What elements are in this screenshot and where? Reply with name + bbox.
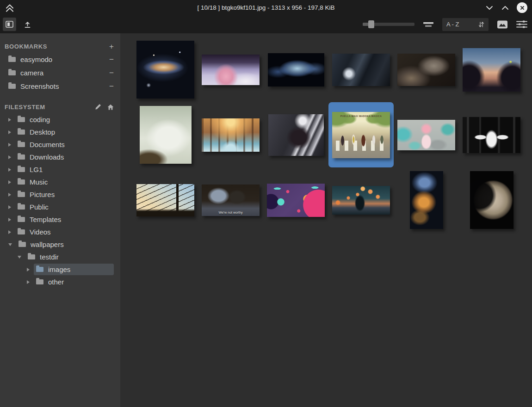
- thumbnail-cell[interactable]: [394, 37, 459, 102]
- thumbnail-image[interactable]: [470, 171, 513, 229]
- sidebar-toggle-button[interactable]: [3, 18, 16, 31]
- thumbnail-image[interactable]: [410, 171, 443, 229]
- thumbnail-image[interactable]: [397, 54, 455, 86]
- filesystem-item[interactable]: Videos: [0, 226, 120, 238]
- bookmark-item[interactable]: Screenshots−: [0, 80, 120, 93]
- filesystem-item[interactable]: images: [0, 263, 120, 276]
- thumbnail-cell[interactable]: [459, 102, 524, 167]
- chevron-right-icon[interactable]: [8, 230, 11, 234]
- chevron-right-icon[interactable]: [8, 130, 11, 134]
- sort-dropdown[interactable]: A - Z: [442, 18, 489, 31]
- folder-row[interactable]: LG1: [15, 164, 114, 175]
- thumbnail-image[interactable]: PUELLA MAGI MADOKA MAGICA: [332, 112, 390, 158]
- folder-row[interactable]: Downloads: [15, 151, 114, 163]
- thumbnail-cell[interactable]: [133, 167, 198, 233]
- bookmark-item[interactable]: camera−: [0, 66, 120, 80]
- filesystem-item[interactable]: other: [0, 276, 120, 288]
- filesystem-item[interactable]: Music: [0, 176, 120, 188]
- image-view-button[interactable]: [497, 20, 508, 29]
- chevron-right-icon[interactable]: [8, 155, 11, 159]
- thumbnail-image[interactable]: [202, 55, 260, 85]
- folder-row[interactable]: Desktop: [15, 126, 114, 138]
- thumbnail-image[interactable]: [332, 186, 390, 215]
- chevron-down-icon[interactable]: [8, 243, 12, 246]
- thumbnail-size-slider[interactable]: [363, 20, 414, 28]
- minimize-icon[interactable]: [485, 5, 494, 11]
- folder-row[interactable]: other: [34, 276, 114, 288]
- thumbnail-image[interactable]: [332, 54, 390, 86]
- thumbnail-image[interactable]: [267, 184, 325, 217]
- folder-row[interactable]: Music: [15, 176, 114, 188]
- remove-bookmark-button[interactable]: −: [109, 82, 114, 90]
- chevron-right-icon[interactable]: [27, 280, 30, 284]
- filesystem-item[interactable]: Pictures: [0, 188, 120, 201]
- thumbnail-image[interactable]: [136, 184, 194, 216]
- thumbnail-image[interactable]: [140, 106, 192, 164]
- thumbnail-image[interactable]: [136, 41, 194, 99]
- thumbnail-cell[interactable]: [328, 37, 394, 102]
- chevron-right-icon[interactable]: [8, 118, 11, 122]
- slider-handle[interactable]: [368, 20, 374, 28]
- parent-directory-button[interactable]: [21, 18, 34, 31]
- thumbnail-cell[interactable]: [328, 167, 394, 233]
- chevron-right-icon[interactable]: [27, 268, 30, 271]
- thumbnail-cell[interactable]: [198, 37, 263, 102]
- thumbnail-cell[interactable]: [263, 102, 328, 167]
- folder-row[interactable]: Documents: [15, 139, 114, 150]
- edit-path-button[interactable]: [95, 104, 101, 110]
- folder-row[interactable]: testdir: [25, 251, 114, 263]
- folder-row[interactable]: coding: [15, 114, 114, 125]
- thumbnail-squeeze-button[interactable]: [423, 22, 434, 27]
- filesystem-item[interactable]: testdir: [0, 251, 120, 263]
- thumbnail-image[interactable]: [268, 114, 324, 156]
- thumbnail-image[interactable]: [397, 120, 455, 150]
- filesystem-item[interactable]: Downloads: [0, 151, 120, 163]
- filesystem-item[interactable]: Templates: [0, 213, 120, 226]
- home-button[interactable]: [107, 104, 114, 110]
- thumbnail-image[interactable]: We're not worthy: [202, 185, 260, 216]
- folder-row[interactable]: Templates: [15, 214, 114, 225]
- filesystem-item[interactable]: Public: [0, 201, 120, 213]
- thumbnail-cell[interactable]: [459, 167, 524, 233]
- maximize-icon[interactable]: [501, 5, 509, 11]
- thumbnail-cell[interactable]: [263, 37, 328, 102]
- thumbnail-image[interactable]: [268, 53, 324, 86]
- chevron-right-icon[interactable]: [8, 205, 11, 209]
- folder-row[interactable]: Pictures: [15, 189, 114, 200]
- thumbnail-image[interactable]: [463, 48, 520, 92]
- chevron-right-icon[interactable]: [8, 218, 11, 222]
- thumbnail-cell[interactable]: [394, 102, 459, 167]
- add-bookmark-button[interactable]: +: [109, 43, 114, 50]
- thumbnail-cell[interactable]: [133, 102, 198, 167]
- sidebar-panel-icon: [6, 21, 13, 28]
- thumbnail-cell[interactable]: [133, 37, 198, 102]
- filesystem-item[interactable]: coding: [0, 113, 120, 126]
- bookmark-item[interactable]: easymodo−: [0, 53, 120, 66]
- chevron-right-icon[interactable]: [8, 193, 11, 197]
- thumbnail-cell[interactable]: [459, 37, 524, 102]
- folder-row[interactable]: Videos: [15, 226, 114, 238]
- chevron-down-icon[interactable]: [18, 256, 21, 259]
- filesystem-item[interactable]: wallpapers: [0, 238, 120, 251]
- close-button[interactable]: [517, 2, 527, 13]
- thumbnail-cell[interactable]: We're not worthy: [198, 167, 263, 233]
- collapse-window-icon[interactable]: [5, 3, 15, 12]
- thumbnail-image[interactable]: [463, 117, 520, 153]
- remove-bookmark-button[interactable]: −: [109, 56, 114, 63]
- filesystem-item[interactable]: Documents: [0, 138, 120, 151]
- folder-row[interactable]: wallpapers: [16, 239, 114, 250]
- thumbnail-cell[interactable]: [263, 167, 328, 233]
- chevron-right-icon[interactable]: [8, 180, 11, 184]
- thumbnail-cell[interactable]: [198, 102, 263, 167]
- thumbnail-cell[interactable]: [394, 167, 459, 233]
- chevron-right-icon[interactable]: [8, 168, 11, 172]
- folder-row[interactable]: Public: [15, 201, 114, 213]
- thumbnail-cell-selected[interactable]: PUELLA MAGI MADOKA MAGICA: [328, 102, 394, 167]
- chevron-right-icon[interactable]: [8, 143, 11, 147]
- folder-row[interactable]: images: [34, 264, 114, 275]
- filesystem-item[interactable]: Desktop: [0, 126, 120, 138]
- thumbnail-image[interactable]: [202, 118, 260, 152]
- filesystem-item[interactable]: LG1: [0, 163, 120, 176]
- remove-bookmark-button[interactable]: −: [109, 69, 114, 77]
- settings-button[interactable]: [516, 20, 527, 28]
